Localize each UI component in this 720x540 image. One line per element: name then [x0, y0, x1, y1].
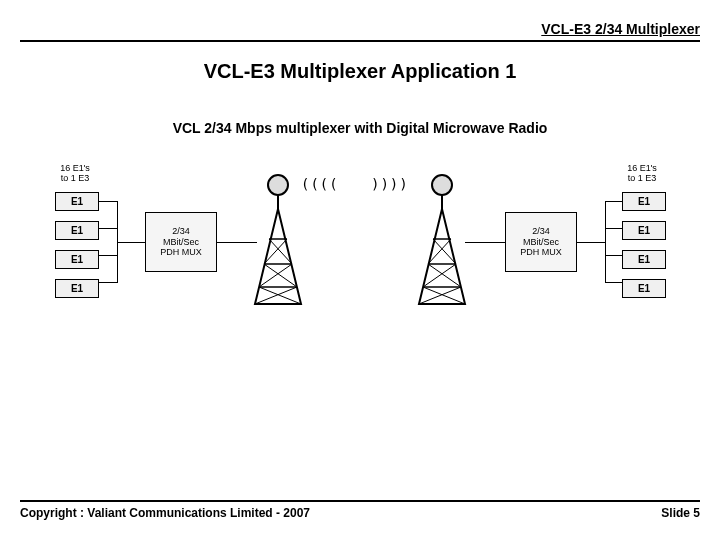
svg-marker-2	[255, 209, 301, 304]
connector	[605, 201, 606, 283]
copyright-text: Copyright : Valiant Communications Limit…	[20, 506, 310, 520]
svg-marker-14	[419, 209, 465, 304]
connector	[99, 255, 117, 256]
svg-point-12	[432, 175, 452, 195]
right-port-label-l2: to 1 E3	[617, 174, 667, 184]
mux-line2: MBit/Sec	[146, 237, 216, 248]
connector	[605, 255, 623, 256]
footer-bar: Copyright : Valiant Communications Limit…	[20, 500, 700, 520]
connector	[577, 242, 605, 243]
slide-number: Slide 5	[661, 506, 700, 520]
tower-icon	[407, 169, 477, 309]
product-name: VCL-E3 2/34 Multiplexer	[541, 21, 700, 37]
e1-port-right: E1	[622, 221, 666, 240]
e1-port-right: E1	[622, 250, 666, 269]
connector	[99, 228, 117, 229]
mux-box-right: 2/34 MBit/Sec PDH MUX	[505, 212, 577, 272]
e1-port-left: E1	[55, 221, 99, 240]
slide-title: VCL-E3 Multiplexer Application 1	[0, 60, 720, 83]
right-port-label: 16 E1's to 1 E3	[617, 164, 667, 184]
svg-line-22	[423, 287, 465, 304]
mux-line2: MBit/Sec	[506, 237, 576, 248]
radio-waves-right: ))))	[371, 176, 409, 192]
connector	[605, 282, 623, 283]
connector	[605, 201, 623, 202]
left-e1-column: E1 E1 E1 E1	[55, 192, 99, 298]
svg-point-0	[268, 175, 288, 195]
left-port-label: 16 E1's to 1 E3	[50, 164, 100, 184]
diagram-stage: 16 E1's to 1 E3 E1 E1 E1 E1 2/34 MBit/Se…	[55, 164, 665, 364]
svg-line-10	[259, 287, 301, 304]
mux-line1: 2/34	[506, 226, 576, 237]
left-port-label-l2: to 1 E3	[50, 174, 100, 184]
e1-port-left: E1	[55, 279, 99, 298]
header-bar: VCL-E3 2/34 Multiplexer	[20, 20, 700, 42]
connector	[605, 228, 623, 229]
radio-waves-left: ((((	[301, 176, 339, 192]
connector	[117, 242, 145, 243]
connector	[99, 282, 117, 283]
mux-line3: PDH MUX	[506, 247, 576, 258]
mux-line1: 2/34	[146, 226, 216, 237]
e1-port-right: E1	[622, 192, 666, 211]
svg-line-11	[255, 287, 297, 304]
connector	[465, 242, 505, 243]
mux-box-left: 2/34 MBit/Sec PDH MUX	[145, 212, 217, 272]
mux-line3: PDH MUX	[146, 247, 216, 258]
e1-port-left: E1	[55, 250, 99, 269]
e1-port-right: E1	[622, 279, 666, 298]
diagram-subtitle: VCL 2/34 Mbps multiplexer with Digital M…	[55, 120, 665, 136]
e1-port-left: E1	[55, 192, 99, 211]
svg-line-23	[419, 287, 461, 304]
diagram: VCL 2/34 Mbps multiplexer with Digital M…	[55, 120, 665, 380]
right-e1-column: E1 E1 E1 E1	[622, 192, 666, 298]
connector	[99, 201, 117, 202]
